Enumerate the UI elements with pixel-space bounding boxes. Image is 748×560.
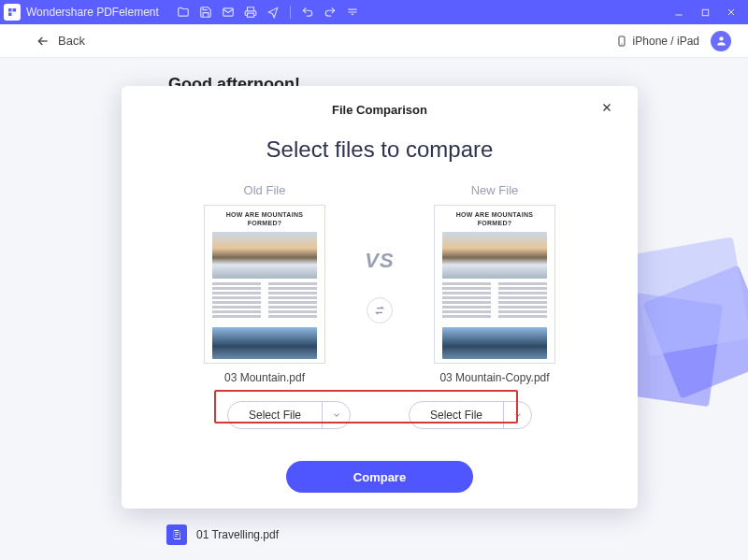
phone-icon xyxy=(616,35,627,48)
old-file-name: 03 Mountain.pdf xyxy=(190,371,339,384)
dialog-heading: Select files to compare xyxy=(144,136,615,163)
thumbnail-image xyxy=(212,232,317,279)
share-icon[interactable] xyxy=(264,3,282,22)
recent-file-name: 01 Travelling.pdf xyxy=(196,528,279,541)
customize-toolbar-icon[interactable] xyxy=(343,3,362,22)
titlebar-separator xyxy=(290,6,291,19)
chevron-down-icon xyxy=(513,410,523,420)
page-toolbar: Back iPhone / iPad xyxy=(0,24,748,58)
back-button[interactable]: Back xyxy=(36,34,85,49)
back-label: Back xyxy=(58,34,85,48)
device-link-label: iPhone / iPad xyxy=(633,35,699,48)
old-select-file-button[interactable]: Select File xyxy=(227,401,351,429)
dialog-title: File Comparison xyxy=(332,103,427,117)
print-icon[interactable] xyxy=(241,3,260,22)
new-file-thumbnail[interactable]: HOW ARE MOUNTAINS FORMED? xyxy=(434,205,555,364)
svg-point-4 xyxy=(719,36,723,40)
vs-label: VS xyxy=(365,249,394,273)
decorative-shape xyxy=(642,265,748,398)
window-minimize-button[interactable] xyxy=(666,0,692,24)
dialog-close-button[interactable] xyxy=(598,99,615,116)
file-comparison-dialog: File Comparison Select files to compare … xyxy=(122,86,638,509)
user-avatar[interactable] xyxy=(711,31,731,51)
chevron-down-icon xyxy=(332,410,341,420)
app-name: Wondershare PDFelement xyxy=(26,6,159,19)
close-icon xyxy=(600,101,613,114)
svg-rect-1 xyxy=(247,13,253,17)
title-bar: Wondershare PDFelement xyxy=(0,0,748,24)
swap-files-button[interactable] xyxy=(367,297,393,323)
window-maximize-button[interactable] xyxy=(692,0,718,24)
new-file-column: New File HOW ARE MOUNTAINS FORMED? 03 Mo… xyxy=(420,183,569,384)
recent-file-item[interactable]: 01 Travelling.pdf xyxy=(166,524,279,545)
new-file-name: 03 Mountain-Copy.pdf xyxy=(420,371,569,384)
new-select-file-dropdown[interactable] xyxy=(503,402,531,428)
old-file-column: Old File HOW ARE MOUNTAINS FORMED? 03 Mo… xyxy=(190,183,339,384)
svg-rect-2 xyxy=(702,9,708,15)
swap-icon xyxy=(373,304,386,317)
mail-icon[interactable] xyxy=(219,3,237,22)
undo-icon[interactable] xyxy=(298,3,317,22)
thumbnail-image xyxy=(442,327,547,359)
redo-icon[interactable] xyxy=(321,3,339,22)
window-close-button[interactable] xyxy=(718,0,744,24)
device-link[interactable]: iPhone / iPad xyxy=(616,35,699,48)
thumbnail-image xyxy=(212,327,317,359)
old-file-label: Old File xyxy=(190,183,339,197)
old-file-thumbnail[interactable]: HOW ARE MOUNTAINS FORMED? xyxy=(204,205,325,364)
thumbnail-image xyxy=(442,232,547,279)
decorative-shape xyxy=(631,237,748,355)
new-select-file-button[interactable]: Select File xyxy=(409,401,532,429)
pdf-file-icon xyxy=(166,524,187,545)
new-file-label: New File xyxy=(420,183,569,197)
app-logo-icon xyxy=(4,4,21,21)
old-select-file-dropdown[interactable] xyxy=(322,402,350,428)
save-icon[interactable] xyxy=(196,3,215,22)
compare-button[interactable]: Compare xyxy=(286,461,473,493)
open-folder-icon[interactable] xyxy=(174,3,193,22)
